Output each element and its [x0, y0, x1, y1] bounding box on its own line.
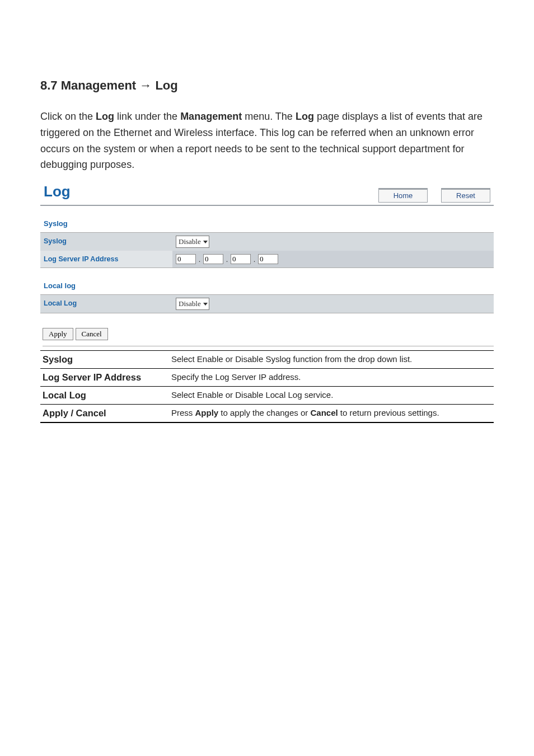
- desc-text-apply-cancel: Press Apply to apply the changes or Canc…: [169, 405, 494, 422]
- intro-bold-log2: Log: [296, 111, 314, 122]
- ip-octet-3[interactable]: [231, 254, 251, 264]
- home-button[interactable]: Home: [378, 189, 428, 203]
- description-table: Syslog Select Enable or Disable Syslog f…: [40, 350, 494, 422]
- syslog-section-heading: Syslog: [40, 219, 494, 228]
- cancel-button[interactable]: Cancel: [76, 328, 108, 340]
- intro-bold-log: Log: [96, 111, 114, 122]
- desc-label-ip: Log Server IP Address: [40, 369, 169, 386]
- ip-octet-1[interactable]: [176, 254, 196, 264]
- intro-bold-management: Management: [180, 111, 242, 122]
- desc-bottom-border: [40, 422, 494, 423]
- local-log-select[interactable]: Disable: [176, 298, 209, 310]
- desc-ac-bold-apply: Apply: [195, 408, 219, 417]
- reset-button[interactable]: Reset: [441, 189, 490, 203]
- local-log-section-heading: Local log: [40, 281, 494, 290]
- page-title: Log: [40, 181, 74, 204]
- syslog-table: Syslog Disable Log Server IP Address . .: [40, 232, 494, 268]
- desc-row: Syslog Select Enable or Disable Syslog f…: [40, 351, 494, 369]
- local-log-table: Local Log Disable: [40, 294, 494, 313]
- section-heading: 8.7 Management → Log: [40, 78, 494, 93]
- ip-dot: .: [198, 256, 201, 265]
- config-panel: Log Home Reset Syslog Syslog Disable Log…: [40, 181, 494, 346]
- local-log-select-value: Disable: [179, 299, 201, 308]
- desc-row: Log Server IP Address Specify the Log Se…: [40, 369, 494, 387]
- intro-paragraph: Click on the Log link under the Manageme…: [40, 109, 494, 173]
- desc-text-ip: Specify the Log Server IP address.: [169, 369, 494, 386]
- intro-t1: Click on the: [40, 111, 96, 122]
- desc-text-local-log: Select Enable or Disable Local Log servi…: [169, 387, 494, 404]
- desc-text-syslog: Select Enable or Disable Syslog function…: [169, 351, 494, 368]
- chevron-down-icon: [203, 303, 208, 306]
- desc-ac-bold-cancel: Cancel: [310, 408, 338, 417]
- local-log-label: Local Log: [40, 295, 172, 313]
- ip-octet-4[interactable]: [258, 254, 278, 264]
- intro-t3: menu. The: [242, 111, 296, 122]
- desc-row: Local Log Select Enable or Disable Local…: [40, 387, 494, 405]
- desc-row: Apply / Cancel Press Apply to apply the …: [40, 405, 494, 422]
- desc-ac-t2: to apply the changes or: [218, 408, 310, 417]
- syslog-select-value: Disable: [179, 237, 201, 246]
- desc-label-apply-cancel: Apply / Cancel: [40, 405, 169, 422]
- ip-octet-2[interactable]: [203, 254, 223, 264]
- syslog-select[interactable]: Disable: [176, 236, 209, 248]
- apply-button[interactable]: Apply: [43, 328, 73, 340]
- ip-dot: .: [253, 256, 256, 265]
- intro-t2: link under the: [114, 111, 180, 122]
- desc-ac-t1: Press: [171, 408, 195, 417]
- desc-ac-t3: to return previous settings.: [338, 408, 439, 417]
- chevron-down-icon: [203, 241, 208, 243]
- desc-label-local-log: Local Log: [40, 387, 169, 404]
- desc-label-syslog: Syslog: [40, 351, 169, 368]
- syslog-label: Syslog: [40, 233, 172, 251]
- header-separator: [40, 205, 494, 206]
- ip-dot: .: [226, 256, 228, 265]
- log-server-ip-label: Log Server IP Address: [40, 251, 172, 267]
